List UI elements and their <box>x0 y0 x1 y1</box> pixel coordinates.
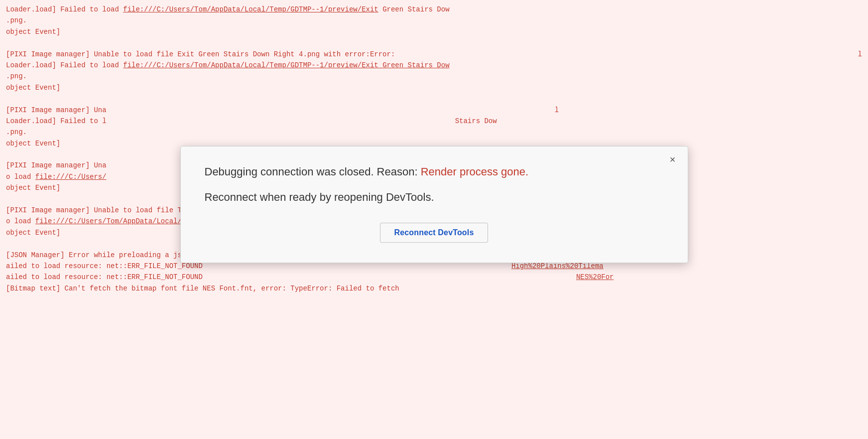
console-line <box>6 93 862 104</box>
console-line: .png. <box>6 15 862 26</box>
file-link[interactable]: NES%20For <box>576 273 614 281</box>
modal-title-highlight: Render process gone. <box>421 165 528 178</box>
close-button[interactable]: × <box>667 153 679 165</box>
modal-title: Debugging connection was closed. Reason:… <box>205 164 664 180</box>
debug-dialog: × Debugging connection was closed. Reaso… <box>180 146 688 264</box>
console-line: Loader.load] Failed to load file:///C:/U… <box>6 4 862 15</box>
console-line <box>6 37 862 48</box>
console-line: ailed to load resource: net::ERR_FILE_NO… <box>6 272 862 283</box>
console-line: object Event] <box>6 82 862 93</box>
modal-subtitle: Reconnect when ready by reopening DevToo… <box>205 190 664 205</box>
console-line: [PIXI Image manager] Unable to load file… <box>6 49 862 60</box>
console-line: object Event] <box>6 26 862 37</box>
modal-button-row: Reconnect DevTools <box>205 223 664 243</box>
console-line: [Bitmap text] Can't fetch the bitmap fon… <box>6 283 862 294</box>
file-link[interactable]: file:///C:/Users/Tom/AppData/Local/Temp/… <box>123 5 378 13</box>
console-line: Loader.load] Failed to lStairs Dow <box>6 116 862 127</box>
file-link[interactable]: High%20Plains%20Tilema <box>511 262 604 270</box>
file-link[interactable]: file:///C:/Users/ <box>35 173 107 181</box>
console-line: .png. <box>6 71 862 82</box>
console-line: .png. <box>6 127 862 138</box>
reconnect-button[interactable]: Reconnect DevTools <box>380 223 489 243</box>
console-line: [PIXI Image manager] Unal <box>6 105 862 116</box>
console-line: Loader.load] Failed to load file:///C:/U… <box>6 60 862 71</box>
modal-title-text: Debugging connection was closed. Reason: <box>205 165 421 178</box>
file-link[interactable]: file:///C:/Users/Tom/AppData/Local/Temp/… <box>123 61 449 69</box>
